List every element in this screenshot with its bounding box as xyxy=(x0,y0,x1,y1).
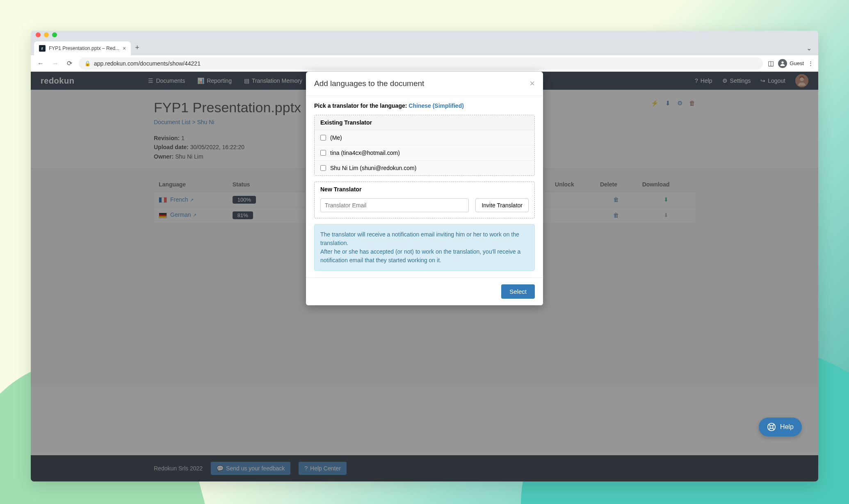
svg-point-0 xyxy=(782,61,784,63)
existing-translator-box: Existing Translator (Me) tina (tina4cx@h… xyxy=(314,115,535,176)
translator-option[interactable]: (Me) xyxy=(315,130,534,145)
add-languages-modal: Add languages to the document × Pick a t… xyxy=(306,72,543,305)
profile-button[interactable]: Guest xyxy=(778,59,804,68)
browser-window: r FYP1 Presentation.pptx – Red... × + ⌄ … xyxy=(31,31,818,481)
translator-checkbox[interactable] xyxy=(320,150,326,156)
extensions-icon[interactable]: ◫ xyxy=(768,59,774,67)
modal-overlay[interactable]: Add languages to the document × Pick a t… xyxy=(31,72,818,481)
modal-title: Add languages to the document xyxy=(314,79,424,88)
browser-tab[interactable]: r FYP1 Presentation.pptx – Red... × xyxy=(34,41,131,55)
info-notice: The translator will receive a notificati… xyxy=(314,224,535,271)
svg-line-6 xyxy=(773,425,774,426)
window-maximize[interactable] xyxy=(52,32,57,37)
help-fab[interactable]: Help xyxy=(759,418,802,436)
window-minimize[interactable] xyxy=(44,32,49,37)
back-button[interactable]: ← xyxy=(36,58,46,69)
window-close[interactable] xyxy=(36,32,41,37)
lock-icon: 🔒 xyxy=(84,61,91,66)
favicon: r xyxy=(39,45,46,52)
browser-menu-icon[interactable]: ⋮ xyxy=(808,60,813,66)
person-icon xyxy=(778,59,787,68)
address-bar[interactable]: 🔒 app.redokun.com/documents/show/44221 xyxy=(79,57,763,70)
svg-point-4 xyxy=(770,425,773,428)
language-link[interactable]: Chinese (Simplified) xyxy=(409,102,464,109)
existing-translator-title: Existing Translator xyxy=(315,115,534,130)
new-translator-box: New Translator Invite Translator xyxy=(314,182,535,218)
translator-option[interactable]: Shu Ni Lim (shuni@redokun.com) xyxy=(315,160,534,175)
invite-translator-button[interactable]: Invite Translator xyxy=(475,198,529,212)
reload-button[interactable]: ⟳ xyxy=(65,58,74,69)
guest-label: Guest xyxy=(790,60,804,66)
translator-option[interactable]: tina (tina4cx@hotmail.com) xyxy=(315,145,534,160)
translator-checkbox[interactable] xyxy=(320,165,326,171)
translator-email-input[interactable] xyxy=(320,198,469,212)
modal-close-icon[interactable]: × xyxy=(529,78,535,89)
new-translator-title: New Translator xyxy=(320,182,529,197)
svg-line-8 xyxy=(773,428,774,430)
svg-line-7 xyxy=(769,428,771,430)
window-titlebar xyxy=(31,31,818,39)
tab-close-icon[interactable]: × xyxy=(123,45,126,52)
lifebuoy-icon xyxy=(767,422,776,431)
tab-strip: r FYP1 Presentation.pptx – Red... × + ⌄ xyxy=(31,39,818,55)
forward-button[interactable]: → xyxy=(50,58,60,69)
tabs-overflow-icon[interactable]: ⌄ xyxy=(803,41,815,55)
svg-line-5 xyxy=(769,425,771,426)
tab-title: FYP1 Presentation.pptx – Red... xyxy=(49,45,119,51)
url-text: app.redokun.com/documents/show/44221 xyxy=(94,60,201,67)
select-button[interactable]: Select xyxy=(501,284,535,299)
browser-toolbar: ← → ⟳ 🔒 app.redokun.com/documents/show/4… xyxy=(31,55,818,72)
new-tab-button[interactable]: + xyxy=(131,40,144,55)
translator-checkbox[interactable] xyxy=(320,135,326,141)
